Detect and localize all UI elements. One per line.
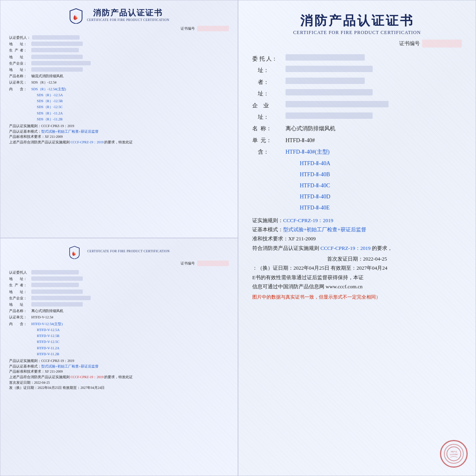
sub-item-3: SDS（R）-12.5C (37, 104, 229, 110)
label-unit: 认证单元： (9, 79, 30, 86)
bl-label-producer: 生 产 者： (9, 282, 30, 288)
cert-number-row-tl: 证书编号 (9, 26, 229, 31)
r-validity-note: E书的有效性需依靠通过证后监督获得保持，本证 (252, 273, 462, 282)
info-table-tl: 认证委托人： 地 址： 生 产 者： 地 址 生产企业： 地 址： 产品名称： … (9, 34, 229, 92)
r-label-addr3: 址： (252, 111, 284, 123)
r-info-url: 信息可通过中国消防产品信息网 www.cccf.com.cn (252, 282, 462, 291)
r-red-note: 图片中的数据与真实证书一致，但显示形式不一定完全相同） (252, 294, 462, 301)
certification-stamp: 消防产品 认证专用章 (440, 440, 468, 468)
value-addr2 (31, 55, 83, 59)
bl-label-entrust: 认证委托人 (9, 269, 30, 276)
label-entrust: 认证委托人： (9, 34, 30, 41)
cert-number-value-tl (197, 26, 229, 31)
cert-number-value-r (422, 40, 462, 48)
stamp-inner: 消防产品 认证专用章 (444, 444, 464, 464)
r-sub-item-4: HTFD-Ⅱ-40D (300, 191, 462, 202)
cert-title-en-r: CERTIFICATE FOR FIRE PRODUCT CERTIFICATI… (252, 30, 462, 36)
sub-item-2: SDS（R）-12.5B (37, 98, 229, 104)
bl-value-unit: HTFD-V-12.5# (31, 314, 53, 320)
bl-sub-item-1: HTFD-V-12.5A (37, 327, 229, 333)
bl-label-addr2: 地 址： (9, 289, 30, 295)
r-value-addr3 (286, 112, 373, 119)
bl-label-company: 生产企业： (9, 295, 30, 301)
cert-rules-tl: 产品认证实施规则：CCCF-CPRZ-19：2019 产品认证基本模式：型式试验… (9, 124, 229, 145)
bl-label-addr1: 地 址： (9, 276, 30, 282)
bl-label-addr3: 地 址 (9, 301, 30, 308)
bl-value-company (31, 296, 91, 300)
bl-sub-item-2: HTFD-V-12.5B (37, 333, 229, 339)
sub-items-bl: HTFD-V-12.5A HTFD-V-12.5B HTFD-V-12.5C H… (9, 327, 229, 357)
svg-text:消防产品: 消防产品 (451, 451, 457, 453)
bl-label-contains: 内 含： (9, 321, 30, 327)
r-label-company: 企 业 (252, 100, 284, 111)
cert-title-cn-tl: 消防产品认证证书 (87, 8, 169, 18)
fire-logo-tl (69, 8, 83, 24)
sub-item-5: SDS（R）-11.2B (37, 116, 229, 122)
r-value-producer (286, 78, 365, 84)
r-label-producer: 者： (252, 76, 284, 88)
r-sub-item-5: HTFD-Ⅱ-40E (300, 202, 462, 213)
cert-title-en-tl: CERTIFICATE FOR FIRE PRODUCT CERTIFICATI… (87, 18, 169, 22)
bl-value-entrust (31, 270, 79, 274)
value-contains-main: SDS（R）-12.5#(主型) (31, 86, 66, 92)
label-addr3: 地 址： (9, 67, 30, 73)
certificate-top-left: 消防产品认证证书 CERTIFICATE FOR FIRE PRODUCT CE… (0, 0, 238, 238)
value-addr3 (31, 67, 83, 72)
sub-item-1: SDS（R）-12.5A (37, 92, 229, 98)
r-renewal: ：（换）证日期：2022年04月25日 有效期至：2027年04月24 (252, 263, 462, 272)
cert-rules-bl: 产品认证实施规则：CCCF-CPRZ-19：2019 产品认证基本模式：型式试验… (9, 358, 229, 391)
r-label-entrust: 委 托 人： (252, 53, 284, 65)
r-value-unit: HTFD-Ⅱ-40# (286, 135, 315, 146)
r-sub-item-2: HTFD-Ⅱ-40B (300, 169, 462, 180)
r-label-product: 名 称： (252, 123, 284, 134)
r-label-addr2: 址： (252, 88, 284, 99)
r-sub-item-1: HTFD-Ⅱ-40A (300, 158, 462, 169)
bl-label-unit: 认证单元： (9, 314, 30, 320)
r-value-company (286, 101, 388, 107)
r-first-issue: 首次发证日期：2022-04-25 (252, 254, 462, 263)
value-entrust (32, 35, 80, 40)
cert-number-value-bl (197, 261, 229, 266)
r-label-contains: 含： (252, 146, 284, 158)
r-value-contains-main: HTFD-Ⅱ-40#(主型) (286, 146, 329, 158)
bl-value-producer (31, 283, 79, 287)
r-value-product: 离心式消防排烟风机 (286, 123, 335, 134)
r-label-unit: 单 元： (252, 135, 284, 146)
value-producer (31, 48, 79, 52)
info-table-bl: 认证委托人 地 址： 生 产 者： 地 址： 生产企业： 地 址 产品名称： 离… (9, 269, 229, 327)
sub-item-4: SDS（R）-11.2A (37, 110, 229, 116)
bl-sub-item-3: HTFD-V-12.5C (37, 339, 229, 345)
cert-number-label-r: 证书编号 (399, 40, 420, 47)
certificate-right: 消防产品认证证书 CERTIFICATE FOR FIRE PRODUCT CE… (238, 0, 476, 476)
r-value-addr1 (286, 66, 373, 72)
cert-number-row-r: 证书编号 (252, 40, 462, 48)
bl-renewal: 发（换）证日期：2022年04月25日 有效期至：2027年04月24日 (9, 385, 229, 391)
value-addr1 (31, 42, 83, 46)
bl-value-addr1 (31, 276, 83, 281)
bl-label-product: 产品名称： (9, 308, 30, 314)
bl-value-product: 离心式消防排烟风机 (31, 308, 63, 314)
label-addr1: 地 址： (9, 41, 30, 47)
cert-title-en-bl: CERTIFICATE FOR FIRE PRODUCT CERTIFICATI… (88, 249, 170, 253)
label-addr2: 地 址 (9, 54, 30, 60)
cert-rules-r: 证实施规则：CCCF-CPRZ-19：2019 证基本模式：型式试验+初始工厂检… (252, 216, 462, 291)
label-producer: 生 产 者： (9, 47, 30, 53)
cert-number-label-tl: 证书编号 (181, 26, 195, 31)
value-unit: SDS（R）-12.5# (31, 79, 57, 86)
r-value-addr2 (286, 89, 373, 95)
cert-number-label-bl: 证书编号 (181, 261, 195, 266)
value-company (31, 61, 91, 65)
bl-value-addr3 (31, 302, 83, 307)
fire-logo-bl (69, 246, 80, 259)
r-label-addr1: 址： (252, 65, 284, 76)
sub-items-tl: SDS（R）-12.5A SDS（R）-12.5B SDS（R）-12.5C S… (9, 92, 229, 122)
cert-title-cn-r: 消防产品认证证书 (252, 12, 462, 30)
cert-number-row-bl: 证书编号 (9, 261, 229, 266)
bl-sub-item-4: HTFD-V-11.2A (37, 345, 229, 351)
label-company: 生产企业： (9, 60, 30, 67)
bl-value-addr2 (31, 289, 83, 294)
bl-value-contains-main: HTFD-V-12.5#(主型) (31, 321, 63, 327)
value-product-name: 轴流式消防排烟风机 (31, 73, 63, 79)
bl-first-issue: 首次发证日期：2022-04-25 (9, 380, 229, 386)
cert-header-bl: CERTIFICATE FOR FIRE PRODUCT CERTIFICATI… (9, 246, 229, 259)
